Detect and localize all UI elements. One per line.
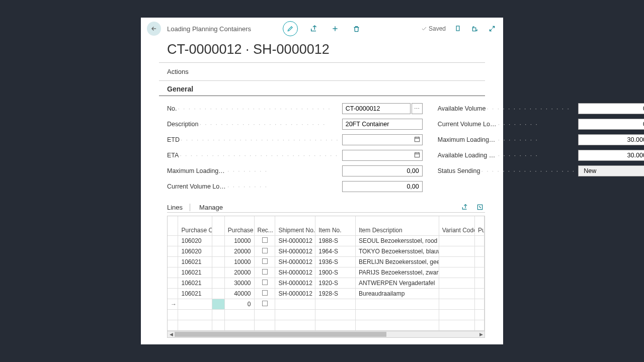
table-empty-row[interactable] [168,320,485,330]
cell-line[interactable]: 10000 [224,256,254,267]
cell-desc[interactable]: Bureaudraailamp [355,288,439,299]
back-button[interactable] [147,22,161,36]
cell-variant[interactable] [439,235,474,246]
cell-item[interactable]: 1920-S [315,278,356,288]
cell-po[interactable]: 106021 [178,267,212,278]
delete-button[interactable] [351,24,361,34]
new-button[interactable] [330,24,340,34]
cell-ship[interactable]: SH-0000012 [275,288,315,299]
cell-desc[interactable]: BERLIJN Bezoekersstoel, geel [355,256,439,267]
edit-button[interactable] [283,21,298,36]
checkbox-icon[interactable] [262,269,268,275]
input-etd[interactable] [342,134,423,145]
col-purchase-order-no[interactable]: Purchase Order No. [178,216,212,235]
cell-variant[interactable] [439,256,474,267]
col-shipment-no[interactable]: Shipment No. [275,216,315,235]
cell-ship[interactable]: SH-0000012 [275,246,315,256]
input-current-volume-left[interactable] [342,181,423,192]
col-item-description[interactable]: Item Description [355,216,439,235]
table-row[interactable]: 10602130000SH-00000121920-SANTWERPEN Ver… [168,278,485,288]
section-general-title[interactable]: General [159,81,485,96]
cell-item[interactable]: 1936-S [315,256,356,267]
cell-desc[interactable]: ANTWERPEN Vergadertafel [355,278,439,288]
cell-line[interactable]: 0 [224,299,254,309]
checkbox-icon[interactable] [262,237,268,243]
input-eta[interactable] [342,150,423,161]
cell-rec[interactable] [254,267,275,278]
scroll-track[interactable] [175,331,477,337]
cell-po[interactable]: 106021 [178,288,212,299]
input-no[interactable] [342,103,411,114]
cell-ship[interactable]: SH-0000012 [275,278,315,288]
col-item-no[interactable]: Item No. [315,216,356,235]
cell-item[interactable]: 1900-S [315,267,356,278]
cell-variant[interactable] [439,288,474,299]
table-row[interactable]: 10602140000SH-00000121928-SBureaudraaila… [168,288,485,299]
scroll-right-button[interactable]: ▶ [477,331,485,337]
select-status-sending[interactable]: New [578,165,644,176]
lines-expand-button[interactable] [475,202,485,212]
input-description[interactable] [342,119,423,130]
table-empty-row[interactable] [168,309,485,320]
col-rec[interactable]: Rec... [254,216,275,235]
cell-rec[interactable] [254,278,275,288]
cell-rec[interactable] [254,246,275,256]
cell-po[interactable]: 106020 [178,235,212,246]
breadcrumb-title[interactable]: Loading Planning Containers [167,25,251,33]
input-max-loading-w[interactable] [578,134,644,145]
actions-tab[interactable]: Actions [141,63,503,80]
cell-line[interactable]: 40000 [224,288,254,299]
cell-ship[interactable]: SH-0000012 [275,256,315,267]
cell-desc[interactable]: PARIJS Bezoekersstoel, zwart [355,267,439,278]
cell-item[interactable]: 1964-S [315,246,356,256]
cell-item[interactable]: 1988-S [315,235,356,246]
bookmark-button[interactable] [453,24,463,34]
cell-line[interactable]: 10000 [224,235,254,246]
cell-ship[interactable]: SH-0000012 [275,267,315,278]
checkbox-icon[interactable] [262,301,268,306]
checkbox-icon[interactable] [262,280,268,285]
cell-rec[interactable] [254,235,275,246]
cell-variant[interactable] [439,278,474,288]
cell-desc[interactable]: SEOUL Bezoekersstoel, rood [355,235,439,246]
col-variant-code[interactable]: Variant Code [439,216,474,235]
share-button[interactable] [309,24,319,34]
cell-desc[interactable]: TOKYO Bezoekersstoel, blauw [355,246,439,256]
horizontal-scrollbar[interactable]: ◀ ▶ [167,331,485,338]
lines-share-button[interactable] [460,202,470,212]
cell-po[interactable]: 106020 [178,246,212,256]
table-row[interactable]: 10602020000SH-00000121964-STOKYO Bezoeke… [168,246,485,256]
input-max-loading-vo[interactable] [342,165,423,176]
popout-button[interactable] [470,24,480,34]
table-row[interactable]: 10602120000SH-00000121900-SPARIJS Bezoek… [168,267,485,278]
cell-rec[interactable] [254,288,275,299]
col-purchase-order-line-no[interactable]: Purchase Order Line No. [224,216,254,235]
lines-manage-button[interactable]: Manage [190,204,223,211]
checkbox-icon[interactable] [262,258,268,264]
table-row[interactable]: 10602110000SH-00000121936-SBERLIJN Bezoe… [168,256,485,267]
scroll-thumb[interactable] [175,332,386,337]
topbar-right-actions: Saved [421,24,497,34]
col-pu[interactable]: Pu [475,216,485,235]
cell-line[interactable]: 30000 [224,278,254,288]
table-new-row[interactable]: →0 [168,299,485,309]
cell-po[interactable]: 106021 [178,256,212,267]
scroll-left-button[interactable]: ◀ [168,331,175,337]
table-row[interactable]: 10602010000SH-00000121988-SSEOUL Bezoeke… [168,235,485,246]
cell-line[interactable]: 20000 [224,246,254,256]
cell-line[interactable]: 20000 [224,267,254,278]
lookup-button-no[interactable]: ⋯ [412,103,423,114]
expand-button[interactable] [487,24,497,34]
cell-variant[interactable] [439,246,474,256]
input-available-volume[interactable] [578,103,644,114]
checkbox-icon[interactable] [262,290,268,296]
checkbox-icon[interactable] [262,248,268,253]
cell-ship[interactable]: SH-0000012 [275,235,315,246]
cell-po[interactable]: 106021 [178,278,212,288]
input-current-volume-right[interactable] [578,119,644,130]
field-available-loading-wei: Available Loading Wei...· · · · · · · · [438,150,644,161]
cell-variant[interactable] [439,267,474,278]
cell-item[interactable]: 1928-S [315,288,356,299]
cell-rec[interactable] [254,256,275,267]
input-available-loading-wei[interactable] [578,150,644,161]
